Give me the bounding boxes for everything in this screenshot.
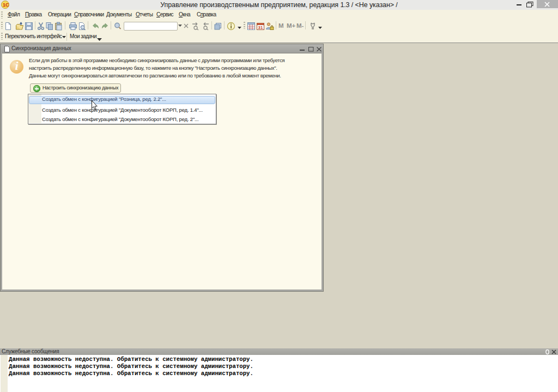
svg-text:31: 31 — [258, 25, 263, 30]
svg-text:1С: 1С — [3, 2, 9, 8]
